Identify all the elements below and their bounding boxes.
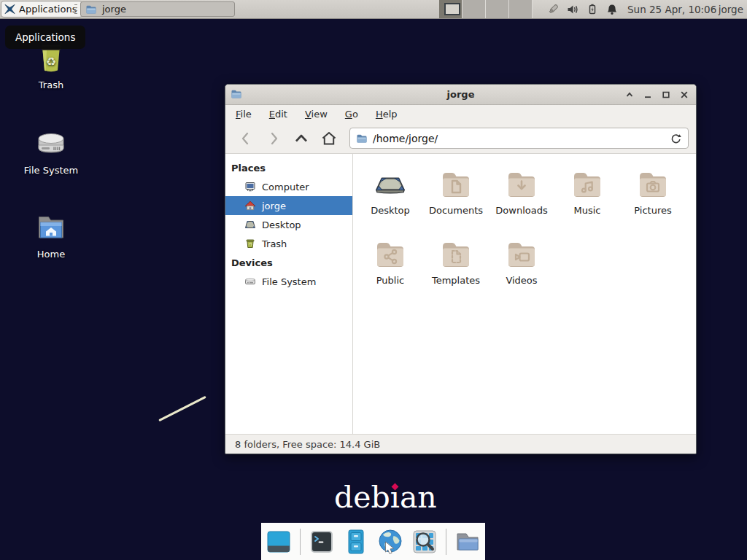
file-item-label: Downloads bbox=[495, 205, 547, 216]
panel-grip[interactable] bbox=[74, 4, 77, 14]
sidebar-item-trash[interactable]: Trash bbox=[225, 234, 352, 253]
sidebar-item-desktop[interactable]: Desktop bbox=[225, 215, 352, 234]
debian-logo: debıan bbox=[334, 481, 437, 514]
folder-icon bbox=[85, 4, 97, 15]
desktop-icon-home[interactable]: Home bbox=[15, 210, 88, 260]
computer-icon bbox=[244, 181, 256, 192]
menubar: File Edit View Go Help bbox=[225, 105, 696, 123]
shade-button[interactable] bbox=[624, 89, 635, 101]
sidebar-header-places: Places bbox=[225, 158, 352, 177]
drive-small-icon bbox=[244, 276, 256, 287]
pictures-folder-icon bbox=[635, 166, 670, 201]
file-item-label: Templates bbox=[432, 275, 480, 286]
sidebar-item-computer[interactable]: Computer bbox=[225, 177, 352, 196]
file-cabinet-icon[interactable] bbox=[341, 527, 371, 556]
drive-icon bbox=[34, 126, 69, 161]
workspace-3[interactable] bbox=[486, 0, 509, 18]
desktop-icon-label: Trash bbox=[39, 79, 63, 90]
taskbar-window-label: jorge bbox=[102, 4, 126, 15]
menu-go[interactable]: Go bbox=[345, 109, 358, 120]
downloads-folder-icon bbox=[504, 166, 539, 201]
desktop-place-icon bbox=[244, 219, 256, 230]
sidebar-item-jorge[interactable]: jorge bbox=[225, 196, 352, 215]
top-panel: Applications jorge Sun 25 Apr, 10:06 jor… bbox=[0, 0, 747, 19]
desktop-icon-label: Home bbox=[37, 249, 65, 260]
minimize-button[interactable] bbox=[642, 89, 654, 101]
documents-folder-icon bbox=[438, 166, 473, 201]
app-finder-icon[interactable] bbox=[410, 527, 439, 556]
sidebar-item-label: File System bbox=[262, 276, 316, 287]
desktop-icon-label: File System bbox=[24, 165, 78, 176]
workspace-switcher bbox=[439, 0, 533, 18]
path-input[interactable] bbox=[373, 133, 665, 144]
web-browser-icon[interactable] bbox=[376, 527, 405, 556]
sidebar-item-label: Desktop bbox=[262, 219, 301, 230]
up-button[interactable] bbox=[288, 127, 314, 150]
close-button[interactable] bbox=[678, 89, 690, 101]
panel-clock[interactable]: Sun 25 Apr, 10:06 bbox=[627, 0, 716, 18]
file-item-templates[interactable]: Templates bbox=[423, 236, 489, 306]
workspace-1[interactable] bbox=[439, 0, 462, 18]
maximize-button[interactable] bbox=[660, 89, 672, 101]
statusbar-text: 8 folders, Free space: 14.4 GiB bbox=[235, 439, 380, 450]
terminal-icon[interactable] bbox=[307, 527, 336, 556]
file-item-videos[interactable]: Videos bbox=[489, 236, 554, 306]
desktop-line-artifact bbox=[158, 396, 206, 421]
workspace-2[interactable] bbox=[462, 0, 486, 18]
svg-text:♻: ♻ bbox=[46, 55, 56, 69]
menu-edit[interactable]: Edit bbox=[269, 109, 287, 120]
forward-button[interactable] bbox=[260, 127, 287, 150]
taskbar-window-button[interactable]: jorge bbox=[80, 1, 235, 17]
sidebar-item-label: Trash bbox=[262, 238, 287, 249]
folder-icon bbox=[356, 133, 368, 144]
reload-icon[interactable] bbox=[670, 132, 682, 144]
sidebar: Places Computer jorge Desktop bbox=[225, 154, 353, 434]
sidebar-item-label: Computer bbox=[262, 182, 309, 192]
applications-menu-button[interactable]: Applications bbox=[1, 1, 82, 18]
applications-menu-label: Applications bbox=[19, 4, 77, 15]
file-item-documents[interactable]: Documents bbox=[423, 166, 489, 236]
volume-icon[interactable] bbox=[566, 3, 579, 16]
panel-user-label[interactable]: jorge bbox=[719, 0, 743, 18]
user-home-icon bbox=[244, 200, 256, 211]
applications-tooltip: Applications bbox=[5, 26, 85, 49]
tooltip-text: Applications bbox=[15, 31, 75, 43]
path-bar[interactable] bbox=[349, 128, 689, 149]
notifications-icon[interactable] bbox=[605, 3, 619, 16]
file-item-desktop[interactable]: Desktop bbox=[357, 166, 423, 236]
dock-separator bbox=[446, 529, 446, 555]
back-button[interactable] bbox=[233, 127, 259, 150]
file-item-pictures[interactable]: Pictures bbox=[620, 166, 686, 236]
stylus-icon[interactable] bbox=[546, 3, 560, 16]
toolbar bbox=[225, 123, 696, 154]
menu-help[interactable]: Help bbox=[376, 109, 398, 120]
window-content: Places Computer jorge Desktop bbox=[225, 154, 696, 434]
file-item-public[interactable]: Public bbox=[357, 236, 423, 306]
home-folder-icon bbox=[34, 210, 69, 245]
menu-view[interactable]: View bbox=[305, 109, 328, 120]
desktop-icon-file-system[interactable]: File System bbox=[15, 126, 88, 176]
debian-logo-text: deb bbox=[334, 481, 390, 514]
dock-separator bbox=[300, 529, 301, 555]
file-item-label: Public bbox=[376, 275, 404, 286]
videos-folder-icon bbox=[504, 236, 539, 271]
window-titlebar[interactable]: jorge bbox=[225, 85, 696, 105]
home-button[interactable] bbox=[316, 127, 342, 150]
workspace-4[interactable] bbox=[509, 0, 533, 18]
menu-file[interactable]: File bbox=[236, 109, 252, 120]
file-item-label: Pictures bbox=[634, 205, 671, 216]
battery-icon[interactable] bbox=[586, 3, 599, 16]
sidebar-header-devices: Devices bbox=[225, 253, 352, 272]
file-item-label: Desktop bbox=[371, 205, 410, 216]
file-item-label: Music bbox=[574, 205, 601, 216]
dock-panel bbox=[261, 523, 485, 560]
desktop-folder-icon bbox=[373, 166, 408, 201]
trash-small-icon bbox=[244, 238, 256, 249]
show-desktop-icon[interactable] bbox=[264, 527, 293, 556]
file-item-music[interactable]: Music bbox=[554, 166, 620, 236]
file-item-downloads[interactable]: Downloads bbox=[489, 166, 554, 236]
file-manager-icon[interactable] bbox=[453, 527, 482, 556]
statusbar: 8 folders, Free space: 14.4 GiB bbox=[225, 434, 696, 454]
sidebar-item-file-system[interactable]: File System bbox=[225, 272, 352, 291]
file-item-label: Documents bbox=[429, 205, 483, 216]
